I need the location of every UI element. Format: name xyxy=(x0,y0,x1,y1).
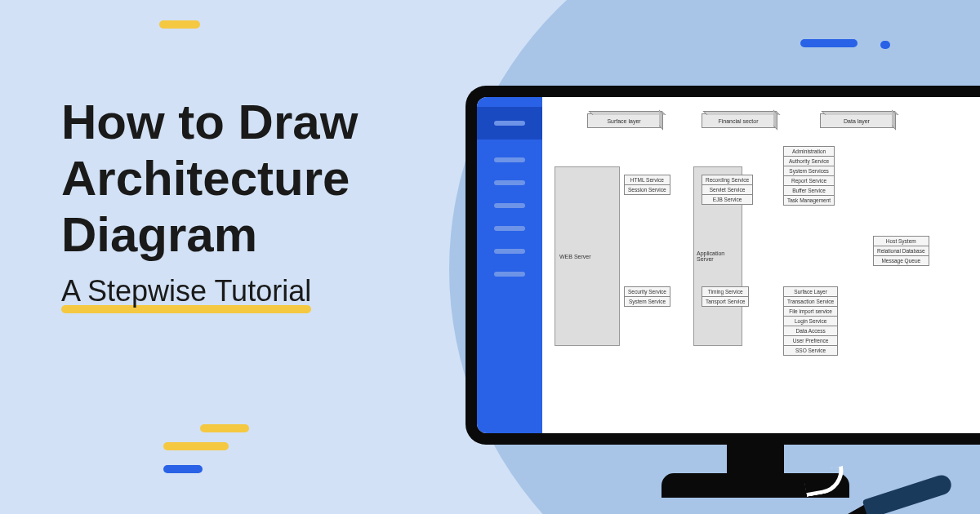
sidebar-item[interactable] xyxy=(494,249,525,254)
title-block: How to Draw Architecture Diagram A Stepw… xyxy=(61,94,358,308)
service-cell[interactable]: Task Management xyxy=(783,195,835,206)
service-stack[interactable]: Timing ServiceTansport Service xyxy=(702,286,749,307)
accent-bar xyxy=(159,20,200,29)
accent-bar xyxy=(163,442,229,450)
sidebar-item[interactable] xyxy=(494,272,525,277)
service-cell[interactable]: Message Queue xyxy=(873,255,929,266)
service-stack[interactable]: HTML ServiceSession Service xyxy=(624,175,670,195)
monitor-frame: Surface layer Financial sector Data laye… xyxy=(466,86,980,445)
service-cell[interactable]: System Service xyxy=(624,296,670,307)
screen: Surface layer Financial sector Data laye… xyxy=(477,97,980,433)
web-server-box[interactable]: WEB Server xyxy=(555,166,620,346)
sidebar-item[interactable] xyxy=(494,226,525,231)
monitor-stand xyxy=(727,445,784,477)
accent-bar xyxy=(200,424,249,432)
service-stack[interactable]: AdministrationAuthority ServiceSystem Se… xyxy=(783,146,835,206)
page-title: How to Draw Architecture Diagram xyxy=(61,94,358,263)
layer-box[interactable]: Data layer xyxy=(820,113,893,128)
layer-box[interactable]: Financial sector xyxy=(702,113,775,128)
service-cell[interactable]: SSO Service xyxy=(783,345,838,356)
sidebar-item[interactable] xyxy=(494,157,525,162)
layer-box[interactable]: Surface layer xyxy=(587,113,661,128)
service-stack[interactable]: Recording ServiceServlet ServiceEJB Serv… xyxy=(702,175,753,205)
service-cell[interactable]: Session Service xyxy=(624,184,670,195)
service-stack[interactable]: Security ServiceSystem Service xyxy=(624,286,670,307)
sidebar-active-item[interactable] xyxy=(477,107,542,140)
app-sidebar xyxy=(477,97,542,433)
sidebar-item[interactable] xyxy=(494,180,525,185)
service-stack[interactable]: Host SystemRelational DatabaseMessage Qu… xyxy=(873,236,929,266)
sidebar-item[interactable] xyxy=(494,203,525,208)
accent-bar xyxy=(800,39,858,47)
service-stack[interactable]: Surface LayerTransaction ServiceFile imp… xyxy=(783,286,838,356)
accent-bar xyxy=(880,41,890,49)
page-subtitle: A Stepwise Tutorial xyxy=(61,274,311,308)
accent-bar xyxy=(163,465,203,473)
diagram-canvas[interactable]: Surface layer Financial sector Data laye… xyxy=(542,97,980,433)
service-cell[interactable]: EJB Service xyxy=(702,194,753,205)
service-cell[interactable]: Tansport Service xyxy=(702,296,749,307)
